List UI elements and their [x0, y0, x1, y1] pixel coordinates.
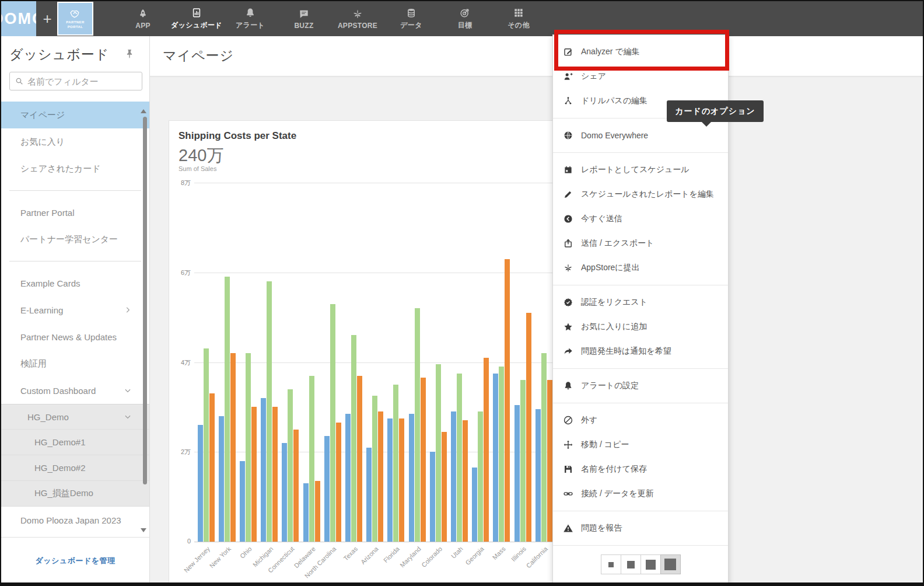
y-axis-tick-label: 0: [169, 538, 191, 545]
x-axis-category-label: Illinois: [510, 545, 527, 563]
bar-series-orange: [547, 380, 552, 542]
menu-item-send-now[interactable]: 今すぐ送信: [553, 207, 728, 231]
sidebar-item-label: マイページ: [20, 110, 65, 121]
y-axis-tick-label: 4万: [169, 358, 191, 367]
x-axis-category-label: Ohio: [239, 545, 253, 560]
nav-item-app[interactable]: APP: [116, 1, 170, 36]
sidebar-item-label: Partner Portal: [20, 208, 75, 218]
save-icon: [563, 464, 573, 475]
tab-partner-portal[interactable]: PARTNER PORTAL: [57, 2, 93, 36]
bar-series-blue: [261, 398, 266, 542]
nav-item-label: データ: [400, 20, 422, 30]
sidebar-item-hg-soneki-demo[interactable]: HG_損益Demo: [1, 481, 149, 507]
filter-input[interactable]: [27, 72, 141, 90]
manage-dashboards-link[interactable]: ダッシュボードを管理: [1, 549, 149, 573]
sidebar-item-hg-demo-2[interactable]: HG_Demo#2: [1, 455, 149, 481]
sidebar-item-e-learning[interactable]: E-Learning: [1, 297, 149, 323]
bar-series-green: [372, 396, 377, 542]
size-option-medium[interactable]: [621, 554, 641, 574]
bar-series-orange: [526, 313, 531, 542]
menu-item-analyzer-edit[interactable]: Analyzer で編集: [553, 40, 728, 64]
nav-item-alert[interactable]: アラート: [223, 1, 277, 36]
bar-series-green: [330, 304, 335, 542]
search-icon: [15, 76, 24, 86]
sidebar-item-partner-portal[interactable]: Partner Portal: [1, 199, 149, 226]
menu-item-label: 認証をリクエスト: [581, 297, 648, 308]
menu-item-connect-update-data[interactable]: 接続 / データを更新: [553, 482, 728, 506]
size-square-icon: [608, 562, 614, 567]
sidebar-item-label: Partner News & Updates: [20, 332, 117, 342]
bar-series-green: [478, 411, 483, 542]
add-page-button[interactable]: +: [37, 1, 57, 36]
sidebar-item-favorites[interactable]: お気に入り: [1, 128, 149, 155]
page-title: マイページ: [163, 47, 234, 65]
sidebar-item-label: E-Learning: [20, 305, 63, 315]
sidebar-scrollbar[interactable]: [143, 117, 147, 484]
bar-series-blue: [282, 443, 287, 542]
bar-series-green: [246, 353, 251, 542]
bar-series-orange: [463, 420, 468, 542]
sidebar-item-example-cards[interactable]: Example Cards: [1, 270, 149, 297]
sidebar-item-hg-demo[interactable]: HG_Demo: [1, 404, 149, 430]
nav-item-dashboard[interactable]: ダッシュボード: [170, 1, 223, 36]
bar-series-orange: [442, 432, 447, 542]
menu-item-report-issue[interactable]: 問題を報告: [553, 516, 728, 540]
scroll-up-icon[interactable]: [141, 109, 146, 113]
menu-item-move-copy[interactable]: 移動 / コピー: [553, 432, 728, 457]
menu-item-alert-settings[interactable]: アラートの設定: [553, 374, 728, 398]
sidebar-item-label: お気に入り: [20, 137, 65, 148]
sidebar-item-validation[interactable]: 検証用: [1, 350, 149, 377]
size-option-large[interactable]: [640, 554, 661, 574]
size-option-small[interactable]: [601, 554, 621, 574]
nav-item-more[interactable]: その他: [492, 1, 545, 36]
move-icon: [563, 440, 573, 450]
bar-series-blue: [514, 405, 520, 542]
x-axis-category-label: Maryland: [398, 545, 422, 568]
export-icon: [563, 238, 573, 249]
menu-item-request-certification[interactable]: 認証をリクエスト: [553, 290, 728, 315]
bar-series-orange: [399, 418, 404, 542]
menu-item-remove[interactable]: 外す: [553, 408, 728, 432]
bar-series-blue: [366, 448, 372, 542]
sidebar-item-partner-learning[interactable]: パートナー学習センター: [1, 226, 149, 253]
star-icon: [563, 322, 573, 332]
sidebar-item-label: Custom Dashboard: [20, 386, 96, 396]
menu-item-notify-on-issue[interactable]: 問題発生時は通知を希望: [553, 339, 728, 364]
link-icon: [563, 489, 573, 499]
nav-item-data[interactable]: データ: [384, 1, 438, 36]
sidebar-item-my-page[interactable]: マイページ: [1, 102, 149, 128]
sidebar-item-label: Domo Plooza Japan 2023: [20, 515, 121, 525]
sidebar-item-shared-cards[interactable]: シェアされたカード: [1, 155, 149, 182]
domo-logo[interactable]: DOMO: [1, 1, 36, 36]
nav-item-appstore[interactable]: APPSTORE: [331, 1, 384, 36]
sidebar-item-hg-demo-1[interactable]: HG_Demo#1: [1, 430, 149, 455]
menu-item-send-export[interactable]: 送信 / エクスポート: [553, 231, 728, 256]
menu-item-save-as[interactable]: 名前を付けて保存: [553, 457, 728, 482]
bar-series-green: [309, 376, 314, 542]
calendar-icon: [563, 165, 573, 175]
bell-icon: [244, 7, 256, 19]
grid-icon: [513, 7, 524, 19]
sidebar-pin-button[interactable]: [124, 48, 135, 60]
menu-item-share[interactable]: シェア: [553, 64, 728, 89]
bar-series-blue: [409, 414, 414, 542]
size-option-x-large[interactable]: [660, 554, 681, 574]
nav-item-goal[interactable]: 目標: [438, 1, 492, 36]
y-axis-tick-label: 6万: [169, 268, 191, 277]
menu-item-edit-scheduled-report[interactable]: スケジュールされたレポートを編集: [553, 182, 728, 207]
menu-item-add-to-favorites[interactable]: お気に入りに追加: [553, 315, 728, 339]
scroll-down-icon[interactable]: [141, 528, 146, 532]
sidebar-item-partner-news[interactable]: Partner News & Updates: [1, 323, 149, 350]
bar-series-orange: [272, 407, 278, 542]
sidebar-divider: [1, 253, 149, 270]
nav-item-buzz[interactable]: BUZZ: [277, 1, 331, 36]
nav-item-label: APP: [135, 22, 150, 30]
menu-item-submit-to-appstore[interactable]: AppStoreに提出: [553, 256, 728, 280]
sidebar-item-domo-plooza[interactable]: Domo Plooza Japan 2023: [1, 507, 149, 533]
person-add-icon: [563, 71, 573, 82]
menu-item-schedule-as-report[interactable]: レポートとしてスケジュール: [553, 158, 728, 182]
sidebar-item-label: HG_Demo: [27, 412, 69, 422]
sidebar-item-custom-dashboard[interactable]: Custom Dashboard: [1, 377, 149, 404]
menu-item-label: Domo Everywhere: [581, 131, 648, 140]
card-size-selector: [553, 546, 728, 583]
